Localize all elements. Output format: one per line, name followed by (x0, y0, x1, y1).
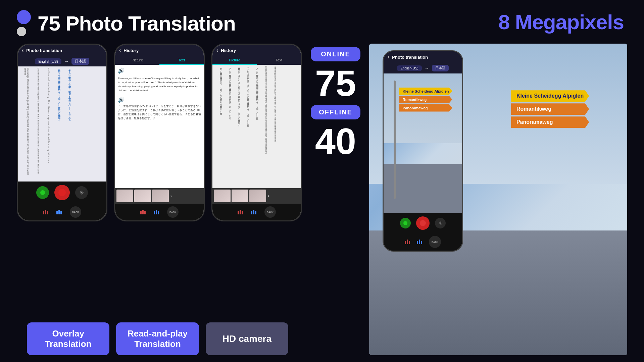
dot-group (17, 10, 31, 36)
big-phone-back-icon[interactable]: ‹ (388, 54, 389, 60)
vtext2: 子どもに愛情を感じさせ学習遊びと健康は大切です子供の親が言うべきことである (223, 66, 231, 187)
history-text-jp: 「一生懸命勉強するのはいいけど、何をするか、自分が疲れすぎないように」と勉強を励… (118, 104, 201, 120)
back-btn2[interactable]: BACK (167, 206, 179, 218)
phone1-text-col4: 子供たちを励ます学習遊びと健康は子供にとって同じくらい重要である勉強を励ます (50, 68, 60, 180)
history-text-en: Encourage children to learn "it's a good… (118, 76, 201, 93)
big-lang-to[interactable]: 日本語 (432, 65, 449, 71)
big-lang-arrow-icon: → (425, 65, 429, 71)
phone1-text-col3: and have a clear understanding of the ch… (40, 68, 50, 180)
phone3: ‹ History Picture Text 励ます学習遊びと健康は子供にとって… (211, 44, 302, 221)
back-btn1[interactable]: BACK (70, 206, 81, 218)
overlay-translation-btn[interactable]: OverlayTranslation (27, 322, 109, 355)
star-btn[interactable]: ✳ (75, 186, 88, 199)
back-btn3[interactable]: BACK (264, 206, 276, 218)
thumb3[interactable] (152, 190, 169, 202)
dot-white-icon (17, 27, 26, 36)
hd-camera-btn[interactable]: HD camera (206, 322, 288, 355)
thumb4[interactable] (214, 190, 231, 202)
inner-signpost: Kleine Scheidegg Alpiglen Romantikweg Pa… (399, 88, 452, 112)
phone3-history-content: 励ます学習遊びと健康は子供にとって同じくらい重要である勉強を励ます子供親 子ども… (212, 65, 301, 188)
phone1-bottom-controls: BACK (18, 204, 106, 220)
big-green-btn[interactable] (400, 218, 411, 228)
thumb-more: › (170, 194, 172, 198)
speaker2-icon: 🔊 (118, 97, 125, 103)
back-label1: BACK (72, 211, 79, 213)
phone1-text-col1: Encourage children to learn it's a good … (19, 68, 29, 180)
tab-text2[interactable]: Text (159, 56, 204, 65)
phone1-content: Encourage children to learn it's a good … (18, 66, 106, 182)
vtext5: 子どもに愛情を感じさせ勉強を励ます学習遊びと健康は子供にとって同じくらい重要 (250, 66, 258, 187)
thumb1[interactable] (116, 190, 133, 202)
tab-picture3[interactable]: Picture (212, 56, 257, 65)
phone2-screen: ‹ History Picture Text 🔊 Encourage child… (115, 45, 204, 220)
offline-badge: OFFLINE (311, 105, 360, 119)
thumb6[interactable] (249, 190, 266, 202)
phone2-title: History (123, 48, 139, 53)
big-photo-section: Kleine Scheidegg Alpiglen Romantikweg Pa… (369, 44, 627, 355)
back-label2: BACK (169, 211, 176, 213)
phone1-topbar: ‹ Photo translation (18, 45, 106, 56)
big-bars-red[interactable] (405, 240, 410, 244)
vtext3: 一生懸命勉強するのはいいけど何をするか自分が疲れすぎないようにと勉強を励ます (232, 66, 240, 187)
tab-picture2[interactable]: Picture (115, 56, 159, 65)
sign-pole (394, 81, 396, 199)
vtext6: Encourage children study hard playing he… (259, 66, 267, 187)
back-arrow2-icon[interactable]: ‹ (119, 47, 121, 53)
phone2-section: ‹ History Picture Text 🔊 Encourage child… (114, 44, 205, 355)
record-btn[interactable] (54, 185, 70, 200)
thumb5[interactable] (232, 190, 248, 202)
big-phone-topbar: ‹ Photo translation (384, 51, 462, 63)
thumb2[interactable] (134, 190, 151, 202)
read-play-btn[interactable]: Read-and-playTranslation (116, 322, 199, 355)
speaker-row: 🔊 (118, 67, 201, 74)
big-back-label: BACK (432, 241, 438, 243)
lang-to[interactable]: 日本語 (71, 58, 89, 65)
big-lang-from[interactable]: English(US) (397, 65, 422, 71)
phone2-bottom-controls: BACK (115, 204, 204, 220)
big-phone-lang-bar: English(US) → 日本語 (384, 63, 462, 73)
online-label: ONLINE (317, 50, 354, 58)
phone3-section: ‹ History Picture Text 励ます学習遊びと健康は子供にとって… (211, 44, 302, 355)
back-arrow3-icon[interactable]: ‹ (216, 47, 218, 53)
phone1-text-col5: 子どもに愛情を感じさせ学習遊びと健康は大切です子供の親が言うべきことである (61, 68, 71, 180)
phone3-screen: ‹ History Picture Text 励ます学習遊びと健康は子供にとって… (212, 45, 301, 220)
online-number: 75 (315, 65, 356, 102)
sign-orange: Romantikweg (511, 103, 589, 115)
online-badge: ONLINE (311, 47, 360, 61)
bars-blue2[interactable] (154, 210, 159, 214)
green-btn[interactable] (36, 186, 49, 199)
phone1: ‹ Photo translation English(US) → 日本語 En… (17, 44, 107, 221)
back-arrow-icon[interactable]: ‹ (22, 47, 23, 53)
phone3-topbar: ‹ History (212, 45, 301, 56)
phone2: ‹ History Picture Text 🔊 Encourage child… (114, 44, 205, 221)
big-phone-title: Photo translation (392, 55, 428, 60)
lang-arrow-icon: → (64, 59, 69, 64)
read-play-label: Read-and-playTranslation (123, 328, 192, 349)
phone3-bottom-controls: BACK (212, 204, 301, 220)
big-star-btn[interactable]: ✳ (435, 218, 446, 228)
phone3-thumbnails: › (212, 188, 301, 204)
bars-blue3[interactable] (251, 210, 256, 214)
offline-number: 40 (315, 123, 356, 160)
lang-from[interactable]: English(US) (35, 58, 61, 64)
sign-yellow: Kleine Scheidegg Alpiglen (511, 90, 589, 102)
bars-red3[interactable] (238, 210, 243, 214)
bars-blue1[interactable] (56, 210, 62, 214)
tab-text3[interactable]: Text (257, 56, 301, 65)
background-signpost: Kleine Scheidegg Alpiglen Romantikweg Pa… (511, 90, 589, 128)
big-bars-blue[interactable] (417, 240, 422, 244)
big-back-btn[interactable]: BACK (429, 236, 441, 248)
vtext1: 励ます学習遊びと健康は子供にとって同じくらい重要である勉強を励ます子供親 (214, 66, 222, 187)
phone1-wrapper: ‹ Photo translation English(US) → 日本語 En… (17, 44, 107, 231)
big-phone: ‹ Photo translation English(US) → 日本語 Kl… (383, 50, 463, 252)
phone1-section: ‹ Photo translation English(US) → 日本語 En… (17, 44, 107, 355)
inner-sign-orange2: Panoramaweg (399, 104, 452, 112)
big-record-btn[interactable] (416, 216, 430, 230)
offline-label: OFFLINE (317, 108, 354, 116)
phone2-history-content: 🔊 Encourage children to learn "it's a go… (115, 65, 204, 188)
bars-red1[interactable] (43, 210, 48, 214)
bars-red2[interactable] (140, 210, 146, 214)
big-phone-controls-top: ✳ (384, 213, 462, 233)
megapixels-badge: 8 Megapixels (498, 10, 624, 34)
vtext7: learning playing health equally importan… (268, 66, 277, 187)
